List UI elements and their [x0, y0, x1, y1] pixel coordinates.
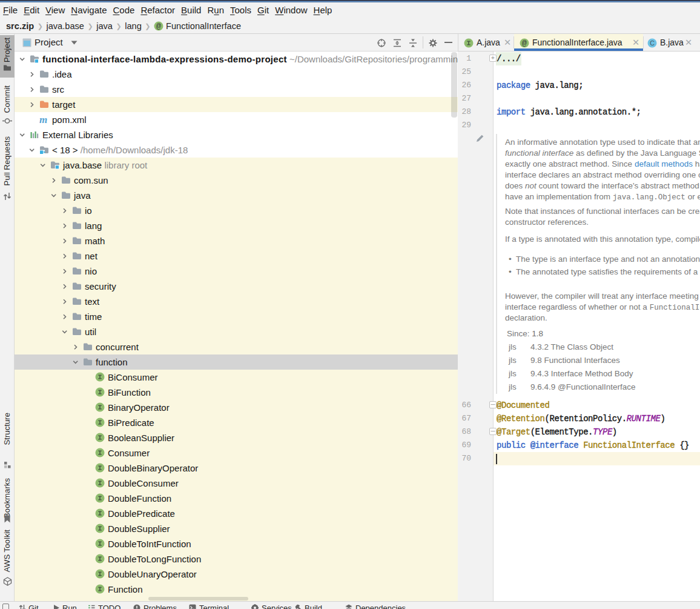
- svg-text:@: @: [156, 22, 161, 31]
